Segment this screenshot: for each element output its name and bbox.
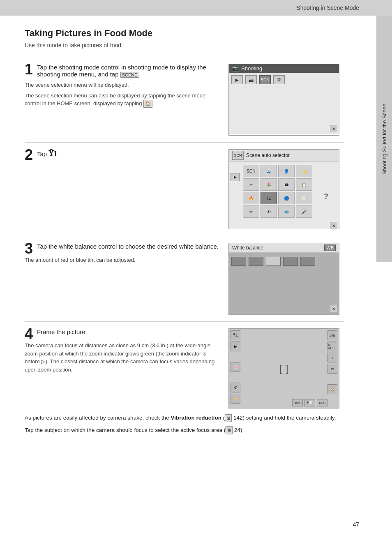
step-1-number: 1 [25,62,33,77]
cam4-spacer [231,353,240,361]
step-3-camera-ui: White balance WB ✕ [228,243,344,315]
cam4-af-icon: AF OFF [327,342,337,351]
cam3-topbar: White balance WB [229,243,339,253]
page-subtitle: Use this mode to take pictures of food. [25,42,344,48]
cam3-slider-row [231,257,337,266]
cam2-cell-draw: ✏ [243,205,259,218]
cam4-wb-right-icon: WB [327,330,337,340]
home-icon: 🏠 [143,100,152,108]
cam4-zoom-w-icon: W [327,364,337,374]
header-bar: Shooting in Scene Mode [0,0,392,16]
cam3-slider-5 [300,257,315,266]
cam1-symbol-icon: 束 [273,75,285,84]
cam3-slider-1 [231,257,246,266]
footer-note-2: Tap the subject on which the camera shou… [25,426,344,435]
cam2-cell-sketch: 👁 [261,205,277,218]
cam2-cell-auto: SCN [243,165,259,177]
step-3-title: Tap the white balance control to choose … [37,243,220,250]
cam2-body: SCN 🌊 👤 🌙 ✂ 🎉 🏔 📋 🔥 Ȳ1 🔵 ⬜ [229,162,339,229]
step-2-container: 2 Tap Ȳ1. SCN Scene auto selector SCN 🌊 [25,142,344,236]
cam4-play-icon: ▶ [231,342,240,351]
step-2-left: 2 Tap Ȳ1. [25,149,220,229]
cam4-gps-icon: GPS [317,399,327,406]
cam1-camera2-icon: 📷 [245,75,257,84]
vibration-reduction-bold: Vibration reduction [171,415,221,421]
food-mode-icon: Ȳ1 [48,150,57,158]
cam3-slider-4 [283,257,298,266]
cam4-self-timer-icon: ⏱ [231,383,240,392]
cam4-bracket-right: ] [286,363,288,374]
cam3-slider-3 [266,257,281,266]
cam4-qual-icon: F⬜ [304,399,315,406]
cam1-mockup: 📷 Shooting ▶ 📷 SCN 束 ✕ [228,64,339,136]
cam4-focus-brackets: [ ] [279,363,288,374]
cam4-right-icons: WB AF OFF T W 🏠 [327,330,337,394]
cam3-wb-label: White balance [232,245,263,251]
sidebar-tab: Shooting Suited for the Scene [376,16,392,262]
cam2-auto-label: Scene auto selector [246,152,290,158]
step-4-camera-ui: Ȳ1 ▶ 🌸 ⏱ ⚡ WB AF OFF T W 🏠 [228,328,344,408]
cam4-bottom-bar: 10m F⬜ GPS [292,399,327,406]
cam2-scene-tag: SCN [232,151,244,160]
cam2-cell-fire: 🔥 [243,192,259,204]
cam2-cell-landscape: 🌊 [261,165,277,177]
footer-note-1: As pictures are easily affected by camer… [25,413,344,422]
step-1-container: 1 Tap the shooting mode control in shoot… [25,57,344,142]
step-3-left: 3 Tap the white balance control to choos… [25,243,220,315]
cam2-cell-food[interactable]: Ȳ1 [261,192,277,204]
cam2-close-btn[interactable]: ✕ [330,222,337,229]
step-2-camera-ui: SCN Scene auto selector SCN 🌊 👤 🌙 ✂ 🎉 🏔 [228,149,344,229]
cam1-playback-icon: ▶ [231,75,243,84]
cam1-camera-icon: 📷 [232,65,239,72]
cam3-wb-icon: WB [324,245,336,251]
cam4-spacer2 [231,373,240,381]
step-3-container: 3 Tap the white balance control to choos… [25,236,344,321]
main-content: Taking Pictures in Food Mode Use this mo… [0,16,376,462]
cam2-cell-beach: 🏔 [278,178,295,191]
cam4-zoom-t-icon: T [327,353,337,362]
footer-notes: As pictures are easily affected by camer… [25,413,344,434]
cam4-res-icon: 10m [292,399,303,406]
scene-icon: SCENE [120,72,139,78]
cam4-bracket-left: [ [279,363,282,374]
cam2-cell-copy: ⬜ [296,192,312,204]
step-1-note-1: The scene selection menu will be display… [25,81,220,89]
cam2-left-controls: ▶ [231,173,240,181]
step-1-left: 1 Tap the shooting mode control in shoot… [25,64,220,136]
cam2-cell-party: 🎉 [261,178,277,191]
step-2-title: Tap Ȳ1. [37,149,220,158]
step-1-camera-ui: 📷 Shooting ▶ 📷 SCN 束 ✕ [228,64,344,136]
cam1-close-btn[interactable]: ✕ [330,125,337,132]
step-2-number: 2 [25,148,33,162]
cam2-question-mark: ? [324,192,328,201]
step-4-header: 4 Frame the picture. The camera can focu… [25,328,344,408]
cam2-playback-icon: ▶ [231,173,240,181]
cam4-home-icon: 🏠 [327,384,337,394]
header-title: Shooting in Scene Mode [296,5,359,11]
step-4-title: Frame the picture. [37,328,220,335]
cam3-body: ✕ [229,253,339,314]
cam1-topbar: 📷 Shooting [229,64,339,73]
page-number: 47 [353,521,359,528]
cam1-scene-icon: SCN [259,75,271,84]
step-3-number: 3 [25,241,33,256]
cam3-close-btn[interactable]: ✕ [330,305,337,312]
footnote-icon-2: ⊠ [226,426,233,434]
cam4-macro-icon: 🌸 [231,362,240,372]
cam4-mockup: Ȳ1 ▶ 🌸 ⏱ ⚡ WB AF OFF T W 🏠 [228,328,339,408]
cam4-left-icons: Ȳ1 ▶ 🌸 ⏱ ⚡ [231,330,240,404]
cam2-mockup: SCN Scene auto selector SCN 🌊 👤 🌙 ✂ 🎉 🏔 [228,149,339,229]
cam2-cell-voice: 🎤 [296,205,312,218]
arrow-icon: ▷ [41,358,45,365]
step-1-title: Tap the shooting mode control in shootin… [37,64,220,78]
cam2-cell-night: 🌙 [296,165,312,177]
cam1-icons-row: ▶ 📷 SCN 束 [231,75,337,84]
cam2-cell-portrait: 👤 [278,165,295,177]
cam4-flash-icon: ⚡ [231,394,240,404]
page-title: Taking Pictures in Food Mode [25,28,344,39]
cam3-mockup: White balance WB ✕ [228,243,339,315]
cam2-grid-wrapper: SCN 🌊 👤 🌙 ✂ 🎉 🏔 📋 🔥 Ȳ1 🔵 ⬜ [243,163,337,218]
cam2-cell-sport: ✂ [243,178,259,191]
sidebar-label: Shooting Suited for the Scene [381,104,387,175]
cam4-food-icon: Ȳ1 [231,330,240,340]
